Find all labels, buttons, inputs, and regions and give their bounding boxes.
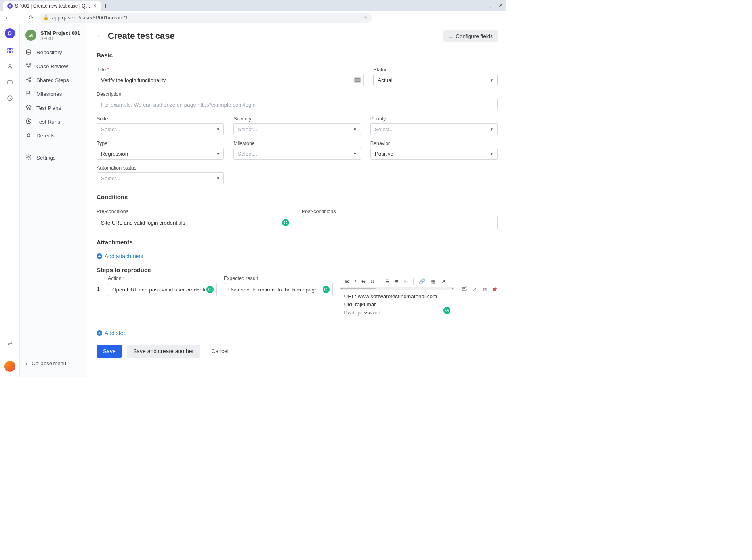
priority-label: Priority: [370, 116, 498, 122]
description-input[interactable]: [97, 99, 498, 110]
cancel-button[interactable]: Cancel: [205, 345, 235, 358]
postconditions-input[interactable]: [302, 216, 498, 229]
database-icon: [25, 49, 32, 56]
behavior-select[interactable]: [370, 148, 498, 160]
fire-icon: [25, 132, 32, 139]
svg-point-12: [30, 78, 31, 79]
app-logo-icon[interactable]: Q: [5, 28, 15, 38]
add-attachment-button[interactable]: + Add attachment: [97, 253, 506, 259]
strike-icon[interactable]: S: [360, 278, 367, 285]
tab-close-icon[interactable]: ✕: [93, 3, 97, 9]
milestone-select[interactable]: [233, 148, 361, 160]
sidebar-item-label: Repository: [36, 50, 62, 55]
suite-label: Suite: [97, 116, 224, 122]
bookmark-star-icon[interactable]: ☆: [363, 15, 368, 21]
svg-rect-3: [10, 51, 12, 53]
step-input-data-editor[interactable]: B I S U ☰ ≡ ⇤ 🔗 ▦ ↗ ◂▸: [340, 276, 454, 320]
user-icon[interactable]: [6, 63, 13, 70]
step-expected-input[interactable]: [224, 283, 333, 296]
suite-select[interactable]: [97, 123, 224, 135]
sidebar-item-shared-steps[interactable]: Shared Steps: [20, 73, 87, 87]
outdent-icon[interactable]: ⇤: [402, 278, 410, 285]
copy-icon[interactable]: ⧉: [483, 286, 487, 293]
italic-icon[interactable]: I: [353, 278, 358, 285]
layers-icon: [25, 104, 32, 112]
image-icon[interactable]: 🖼: [461, 286, 467, 293]
severity-select[interactable]: [233, 123, 361, 135]
back-arrow-icon[interactable]: ←: [97, 32, 104, 40]
address-bar[interactable]: 🔒 app.qase.io/case/SP001/create/1 ☆: [39, 13, 372, 23]
sidebar-item-test-runs[interactable]: Test Runs: [20, 115, 87, 129]
title-input[interactable]: [97, 74, 364, 86]
sidebar-item-test-plans[interactable]: Test Plans: [20, 101, 87, 115]
flag-icon: [25, 90, 32, 98]
title-label: Title *: [97, 67, 364, 72]
link-icon[interactable]: 🔗: [417, 278, 427, 285]
underline-icon[interactable]: U: [368, 278, 376, 285]
rte-body[interactable]: URL: www.softwaretestingmaterial.com Uid…: [340, 290, 454, 320]
table-icon[interactable]: ▦: [429, 278, 437, 285]
type-label: Type: [97, 141, 224, 146]
configure-fields-button[interactable]: ☰ Configure fields: [443, 30, 498, 42]
svg-rect-2: [8, 51, 10, 53]
step-action-input[interactable]: [108, 283, 217, 296]
status-select[interactable]: [373, 74, 498, 86]
new-tab-button[interactable]: +: [104, 2, 107, 10]
chat-icon[interactable]: [6, 339, 13, 347]
sidebar-item-label: Settings: [36, 155, 56, 161]
sidebar-item-defects[interactable]: Defects: [20, 129, 87, 143]
sidebar-item-repository[interactable]: Repository: [20, 46, 87, 59]
svg-point-11: [27, 79, 28, 80]
sidebar-item-settings[interactable]: Settings: [20, 151, 87, 165]
save-button[interactable]: Save: [97, 345, 122, 358]
postconditions-label: Post-conditions: [302, 209, 498, 214]
bold-icon[interactable]: B: [344, 278, 351, 285]
plus-circle-icon: +: [97, 330, 102, 336]
priority-select[interactable]: [370, 123, 498, 135]
lock-icon: 🔒: [43, 15, 49, 20]
insert-icon[interactable]: ↗: [439, 278, 447, 285]
trash-icon[interactable]: 🗑: [492, 286, 498, 293]
workspace-icon[interactable]: [6, 79, 13, 86]
plus-circle-icon: +: [97, 253, 102, 259]
share-step-icon[interactable]: ↗: [472, 286, 477, 293]
grammarly-icon[interactable]: G: [323, 286, 330, 293]
browser-tab[interactable]: Q SP001 | Create new test case | Q… ✕: [3, 1, 101, 11]
project-header[interactable]: S0 STM Project 001 SP001: [20, 30, 87, 46]
back-icon[interactable]: ←: [5, 14, 11, 21]
milestone-label: Milestone: [233, 141, 361, 146]
save-and-create-another-button[interactable]: Save and create another: [127, 345, 200, 358]
add-step-button[interactable]: + Add step: [97, 330, 506, 336]
automation-select[interactable]: [97, 172, 224, 184]
bullet-list-icon[interactable]: ☰: [383, 278, 392, 285]
rte-line: Pwd: password: [344, 309, 450, 317]
sidebar-item-label: Case Review: [36, 63, 68, 69]
reload-icon[interactable]: ⟳: [29, 14, 34, 21]
status-label: Status: [373, 67, 498, 72]
close-window-icon[interactable]: ✕: [498, 2, 503, 8]
ordered-list-icon[interactable]: ≡: [393, 278, 401, 285]
svg-rect-1: [10, 48, 12, 50]
type-select[interactable]: [97, 148, 224, 160]
tab-title: SP001 | Create new test case | Q…: [15, 3, 90, 9]
sidebar-item-label: Test Runs: [36, 119, 60, 125]
sidebar-item-milestones[interactable]: Milestones: [20, 87, 87, 101]
minimize-icon[interactable]: —: [473, 2, 479, 8]
gear-icon: [25, 154, 32, 162]
reports-icon[interactable]: [6, 95, 13, 102]
grammarly-icon[interactable]: G: [206, 286, 214, 293]
sliders-icon: ☰: [448, 33, 453, 39]
grammarly-icon[interactable]: G: [282, 219, 289, 226]
play-icon: [25, 118, 32, 126]
action-label: Action *: [108, 276, 217, 281]
preconditions-input[interactable]: [97, 216, 292, 229]
sidebar-item-case-review[interactable]: Case Review: [20, 59, 87, 73]
section-basic-title: Basic: [97, 52, 506, 59]
user-avatar[interactable]: [4, 361, 15, 372]
collapse-menu-button[interactable]: ‹ Collapse menu: [20, 355, 87, 372]
forward-icon[interactable]: →: [17, 14, 23, 21]
grammarly-icon[interactable]: G: [443, 307, 450, 314]
maximize-icon[interactable]: ▢: [486, 2, 491, 8]
input-assist-icon[interactable]: ⌨: [354, 77, 361, 83]
dashboard-icon[interactable]: [6, 47, 13, 54]
